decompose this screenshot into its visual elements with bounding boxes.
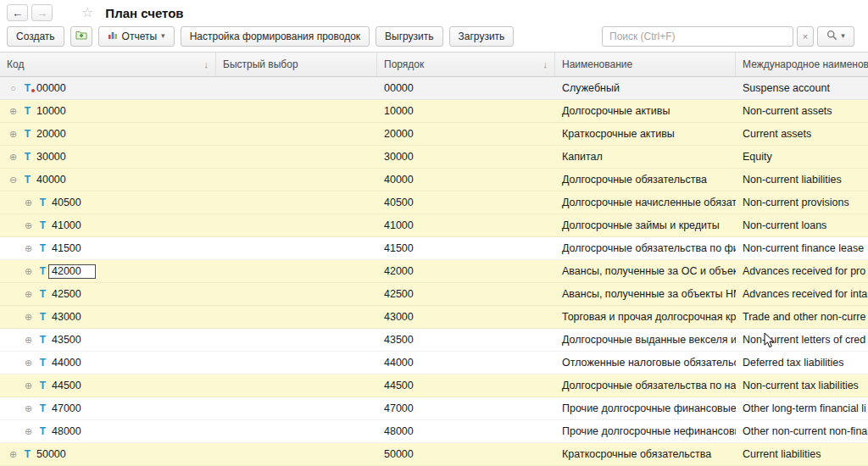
cell-code[interactable]: ⊕ Т 42000: [0, 260, 216, 282]
cell-quick-select[interactable]: [216, 260, 377, 282]
cell-order[interactable]: 44000: [377, 352, 555, 374]
import-button[interactable]: Загрузить: [449, 26, 515, 47]
cell-intl-name[interactable]: Equity: [736, 146, 868, 168]
table-row[interactable]: ⊕ Т 50000 50000 Краткосрочные обязательс…: [0, 443, 868, 466]
cell-quick-select[interactable]: [216, 77, 377, 99]
cell-name[interactable]: Служебный: [555, 77, 736, 99]
tree-toggle-icon[interactable]: ⊕: [22, 289, 35, 300]
cell-order[interactable]: 44500: [377, 374, 555, 397]
tree-toggle-icon[interactable]: ⊕: [22, 403, 35, 414]
cell-quick-select[interactable]: [216, 146, 377, 168]
cell-order[interactable]: 40000: [377, 169, 555, 191]
cell-name[interactable]: Долгосрочные займы и кредиты: [555, 214, 736, 236]
cell-intl-name[interactable]: Suspense account: [736, 77, 868, 99]
cell-name[interactable]: Долгосрочные выданные векселя и п…: [555, 329, 736, 351]
cell-code[interactable]: ⊕ Т 50000: [0, 443, 216, 465]
cell-intl-name[interactable]: Non-current letters of cred: [736, 329, 868, 351]
cell-name[interactable]: Долгосрочные начисленные обязател…: [555, 191, 736, 214]
cell-code[interactable]: ○ Т 00000: [0, 77, 216, 99]
cell-code[interactable]: ⊕ Т 41000: [0, 214, 216, 236]
cell-intl-name[interactable]: Non-current liabilities: [736, 169, 868, 191]
tree-toggle-icon[interactable]: ⊕: [22, 312, 35, 323]
cell-code[interactable]: ⊕ Т 47000: [0, 397, 216, 419]
cell-order[interactable]: 47000: [377, 397, 555, 419]
table-row[interactable]: ⊕ Т 42500 42500 Авансы, полученные за об…: [0, 283, 868, 306]
tree-toggle-icon[interactable]: ⊕: [22, 426, 35, 437]
reports-button[interactable]: Отчеты ▾: [98, 26, 175, 47]
cell-order[interactable]: 00000: [377, 77, 555, 99]
tree-toggle-icon[interactable]: ⊕: [7, 129, 19, 140]
create-button[interactable]: Создать: [7, 26, 64, 47]
cell-intl-name[interactable]: Non-current provisions: [736, 191, 868, 214]
back-button[interactable]: ←: [7, 4, 28, 21]
posting-settings-button[interactable]: Настройка формирования проводок: [181, 26, 370, 47]
create-group-button[interactable]: [70, 26, 92, 47]
cell-intl-name[interactable]: Non-current finance lease: [736, 237, 868, 259]
cell-intl-name[interactable]: Deferred tax liabilities: [736, 352, 868, 374]
cell-order[interactable]: 42000: [377, 260, 555, 282]
cell-name[interactable]: Прочие долгосрочные нефинансовые…: [555, 420, 736, 442]
cell-quick-select[interactable]: [216, 374, 377, 397]
cell-quick-select[interactable]: [216, 237, 377, 259]
export-button[interactable]: Выгрузить: [376, 26, 443, 47]
cell-code[interactable]: ⊖ Т 40000: [0, 169, 216, 191]
cell-intl-name[interactable]: Non-current tax liabilities: [736, 374, 868, 397]
cell-quick-select[interactable]: [216, 329, 377, 351]
column-header-name[interactable]: Наименование: [555, 53, 736, 76]
table-row[interactable]: ⊕ Т 44500 44500 Долгосрочные обязательст…: [0, 374, 868, 397]
cell-order[interactable]: 48000: [377, 420, 555, 442]
cell-code[interactable]: ⊕ Т 43000: [0, 306, 216, 328]
table-row[interactable]: ⊕ Т 42000 42000 Авансы, полученные за ОС…: [0, 260, 868, 283]
cell-intl-name[interactable]: Advances received for inta: [736, 283, 868, 305]
cell-name[interactable]: Отложенные налоговые обязательства: [555, 352, 736, 374]
cell-order[interactable]: 41500: [377, 237, 555, 259]
cell-order[interactable]: 42500: [377, 283, 555, 305]
cell-name[interactable]: Долгосрочные обязательства: [555, 169, 736, 191]
cell-intl-name[interactable]: Other non-current non-fina: [736, 420, 868, 442]
table-row[interactable]: ⊕ Т 30000 30000 Капитал Equity: [0, 146, 868, 169]
cell-name[interactable]: Краткосрочные активы: [555, 123, 736, 145]
cell-intl-name[interactable]: Current liabilities: [736, 443, 868, 465]
cell-order[interactable]: 30000: [377, 146, 555, 168]
favorite-star-icon[interactable]: ☆: [81, 6, 93, 19]
column-header-order[interactable]: Порядок ↓: [377, 53, 555, 76]
table-row[interactable]: ⊕ Т 40500 40500 Долгосрочные начисленные…: [0, 191, 868, 214]
tree-toggle-icon[interactable]: ⊖: [7, 175, 19, 186]
search-clear-button[interactable]: ×: [797, 26, 814, 47]
cell-order[interactable]: 43500: [377, 329, 555, 351]
column-header-quick-select[interactable]: Быстрый выбор: [216, 53, 377, 76]
table-row[interactable]: ○ Т 00000 00000 Служебный Suspense accou…: [0, 77, 868, 100]
table-row[interactable]: ⊕ Т 20000 20000 Краткосрочные активы Cur…: [0, 123, 868, 146]
cell-quick-select[interactable]: [216, 214, 377, 236]
cell-name[interactable]: Авансы, полученные за ОС и объект…: [555, 260, 736, 282]
column-header-code[interactable]: Код ↓: [0, 53, 216, 76]
cell-code[interactable]: ⊕ Т 42500: [0, 283, 216, 305]
table-row[interactable]: ⊕ Т 10000 10000 Долгосрочные активы Non-…: [0, 100, 868, 123]
cell-intl-name[interactable]: Non-current loans: [736, 214, 868, 236]
cell-intl-name[interactable]: Non-current assets: [736, 100, 868, 122]
cell-code[interactable]: ⊕ Т 30000: [0, 146, 216, 168]
table-row[interactable]: ⊕ Т 41000 41000 Долгосрочные займы и кре…: [0, 214, 868, 237]
cell-code[interactable]: ⊕ Т 43500: [0, 329, 216, 351]
cell-order[interactable]: 10000: [377, 100, 555, 122]
table-row[interactable]: ⊕ Т 44000 44000 Отложенные налоговые обя…: [0, 352, 868, 374]
cell-code[interactable]: ⊕ Т 20000: [0, 123, 216, 145]
cell-quick-select[interactable]: [216, 306, 377, 328]
column-header-intl-name[interactable]: Международное наименование: [736, 53, 868, 76]
cell-intl-name[interactable]: Trade and other non-curre: [736, 306, 868, 328]
cell-quick-select[interactable]: [216, 169, 377, 191]
search-input[interactable]: [602, 26, 793, 47]
cell-order[interactable]: 50000: [377, 443, 555, 465]
tree-toggle-icon[interactable]: ⊕: [22, 335, 35, 346]
cell-order[interactable]: 40500: [377, 191, 555, 214]
tree-toggle-icon[interactable]: ⊕: [22, 197, 35, 208]
cell-name[interactable]: Капитал: [555, 146, 736, 168]
table-row[interactable]: ⊕ Т 47000 47000 Прочие долгосрочные фина…: [0, 397, 868, 420]
tree-toggle-icon[interactable]: ⊕: [22, 220, 35, 231]
cell-code[interactable]: ⊕ Т 48000: [0, 420, 216, 442]
tree-toggle-icon[interactable]: ⊕: [7, 449, 19, 460]
table-row[interactable]: ⊕ Т 43500 43500 Долгосрочные выданные ве…: [0, 329, 868, 352]
cell-code[interactable]: ⊕ Т 44000: [0, 352, 216, 374]
cell-name[interactable]: Авансы, полученные за объекты НМА: [555, 283, 736, 305]
tree-toggle-icon[interactable]: ⊕: [22, 243, 35, 254]
